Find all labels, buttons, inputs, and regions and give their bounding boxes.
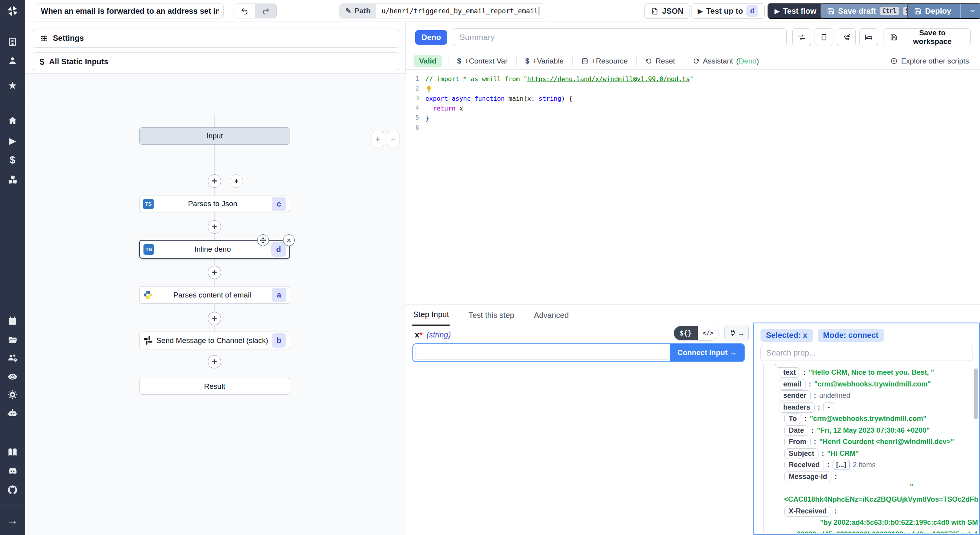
save-to-workspace-button[interactable]: Save to workspace (884, 28, 971, 46)
flow-panel: Settings $ All Static Inputs + − Input +… (25, 22, 406, 535)
connect-plug-button[interactable]: → (724, 325, 749, 341)
tab-advanced[interactable]: Advanced (533, 305, 570, 325)
flow-title-input[interactable] (36, 4, 224, 18)
windmill-logo-icon[interactable] (0, 0, 25, 22)
collapse-toggle[interactable]: - (823, 402, 834, 412)
flow-node-result[interactable]: Result (139, 378, 290, 395)
flow-node-input[interactable]: Input (139, 127, 290, 145)
move-step-icon[interactable] (257, 234, 269, 246)
test-up-to-step-badge[interactable]: d (746, 5, 758, 17)
insert-step-plus-icon[interactable]: + (208, 266, 221, 279)
redo-button[interactable] (255, 4, 276, 18)
insert-step-plus-icon[interactable]: + (208, 220, 221, 234)
prop-row-subject[interactable]: Subject:"Hi CRM" (784, 448, 859, 459)
add-resource-button[interactable]: +Resource (572, 56, 636, 67)
add-variable-button[interactable]: $ +Variable (516, 56, 572, 67)
prop-row-date[interactable]: Date:"Fri, 12 May 2023 07:30:46 +0200" (784, 424, 930, 436)
connect-input-button[interactable]: Connect input → (670, 344, 744, 361)
prop-row-received[interactable]: Received:[...]2 items (784, 459, 876, 471)
prop-row-email[interactable]: email:"crm@webhooks.trywindmill.com" (779, 378, 931, 390)
flow-settings-bar[interactable]: Settings (33, 29, 399, 48)
rotate-ccw-icon (645, 58, 652, 65)
prop-row-x-received-value[interactable]: "by 2002:ad4:5c63:0:b0:622:199c:c4d0 wit… (820, 517, 978, 528)
flow-node-parses-content-of-email[interactable]: Parses content of email a (139, 286, 290, 304)
lightbulb-code-action-icon[interactable] (425, 85, 432, 92)
user-icon[interactable] (0, 52, 25, 69)
variables-dollar-icon[interactable]: $ (0, 151, 25, 169)
path-label: ✎ Path (340, 4, 376, 18)
save-draft-button[interactable]: Save draft Ctrl S (820, 3, 919, 19)
search-prop-input[interactable] (760, 345, 973, 361)
fullscreen-square-icon[interactable] (815, 28, 833, 46)
deploy-dropdown-chevron[interactable] (964, 7, 980, 15)
language-badge[interactable]: Deno (415, 30, 447, 45)
deploy-button-divider (960, 4, 961, 18)
prop-row-sender[interactable]: sender:undefined (779, 390, 850, 401)
summary-input[interactable] (453, 28, 787, 46)
assistant-button[interactable]: Assistant (Deno) (684, 56, 768, 67)
test-up-to-button[interactable]: ▶ Test up to d (691, 3, 765, 19)
assistant-robot-icon[interactable] (0, 405, 25, 422)
prop-row-message-id-value[interactable]: <CAC818hk4NphcENz=iKcz2BQGUjkVym8Vos=TSO… (784, 493, 978, 505)
prop-row-message-id-value-quote[interactable]: " (910, 481, 913, 493)
trigger-bolt-icon[interactable] (230, 174, 243, 188)
code-editor[interactable]: 1 // import * as wmill from "https://den… (406, 70, 980, 304)
flow-node-parses-to-json[interactable]: TS Parses to Json c (139, 196, 290, 212)
workspace-icon[interactable] (0, 33, 25, 51)
tab-test-this-step[interactable]: Test this step (468, 305, 515, 325)
github-icon[interactable] (0, 481, 25, 499)
insert-step-plus-icon[interactable]: + (208, 355, 221, 368)
insert-step-plus-icon[interactable]: + (208, 312, 221, 325)
save-icon (827, 7, 835, 15)
flow-graph[interactable]: + − Input + TS Parses to Json c + TS Inl… (25, 73, 406, 535)
tab-step-input[interactable]: Step Input (412, 305, 450, 326)
explore-other-scripts-button[interactable]: Explore other scripts (890, 57, 980, 65)
code-mode-segment[interactable]: </> (698, 326, 719, 340)
runs-play-icon[interactable]: ▶ (0, 132, 25, 149)
discord-icon[interactable] (0, 462, 25, 480)
prop-row-x-received-value2[interactable]: 20020ad45c63000000b00622199cc4d0mr130276… (797, 528, 978, 533)
prop-row-from[interactable]: From:"Henri Courdent <henri@windmill.dev… (784, 436, 954, 448)
home-icon[interactable] (0, 112, 25, 129)
expand-array-button[interactable]: [...] (833, 460, 850, 470)
zoom-in-button[interactable]: + (372, 131, 384, 147)
sync-icon[interactable] (792, 28, 811, 46)
json-prop-tree[interactable]: text:"Hello CRM, Nice to meet you. Best,… (755, 364, 978, 533)
json-button[interactable]: JSON (644, 3, 690, 19)
test-flow-button[interactable]: ▶ Test flow (768, 3, 824, 19)
audit-eye-icon[interactable] (0, 368, 25, 385)
add-context-var-button[interactable]: $ +Context Var (448, 56, 516, 67)
docs-book-icon[interactable] (0, 444, 25, 461)
delete-step-close-icon[interactable]: × (283, 234, 295, 246)
deploy-button[interactable]: Deploy (907, 3, 980, 19)
insert-step-plus-icon[interactable]: + (208, 174, 221, 188)
step-input-field[interactable] (416, 346, 670, 360)
prop-row-to[interactable]: To:"crm@webhooks.trywindmill.com" (784, 413, 926, 424)
prop-row-headers[interactable]: headers:- (779, 401, 834, 413)
phone-incoming-icon[interactable] (837, 28, 856, 46)
prop-row-message-id[interactable]: Message-Id: (784, 471, 837, 482)
input-mode-toggle[interactable]: ${} </> (673, 326, 719, 341)
path-field[interactable]: ✎ Path u/henri/triggered_by_email_report… (339, 4, 545, 18)
tree-scrollbar[interactable] (974, 368, 978, 419)
schedules-calendar-icon[interactable] (0, 312, 25, 330)
all-static-inputs-bar[interactable]: $ All Static Inputs (33, 52, 399, 71)
prop-row-text[interactable]: text:"Hello CRM, Nice to meet you. Best,… (779, 366, 934, 378)
collapse-sidebar-arrow-icon[interactable]: → (0, 512, 25, 529)
settings-gear-icon[interactable] (0, 386, 25, 403)
step-id-badge: a (272, 288, 286, 302)
bed-icon[interactable] (859, 28, 878, 46)
template-mode-segment[interactable]: ${} (674, 326, 698, 340)
path-value[interactable]: u/henri/triggered_by_email_report_email (376, 4, 545, 18)
flow-node-send-message-to-channel[interactable]: Send Message to Channel (slack) b (139, 332, 290, 349)
reset-button[interactable]: Reset (636, 56, 684, 67)
groups-icon[interactable] (0, 349, 25, 366)
arrow-right-icon: → (738, 329, 745, 337)
folders-icon[interactable] (0, 331, 25, 348)
resources-cubes-icon[interactable] (0, 171, 25, 188)
zoom-out-button[interactable]: − (387, 131, 399, 147)
prop-row-x-received[interactable]: X-Received: (784, 505, 837, 517)
undo-button[interactable] (234, 4, 255, 18)
favorites-star-icon[interactable]: ★ (0, 77, 25, 94)
play-icon: ▶ (775, 7, 779, 15)
